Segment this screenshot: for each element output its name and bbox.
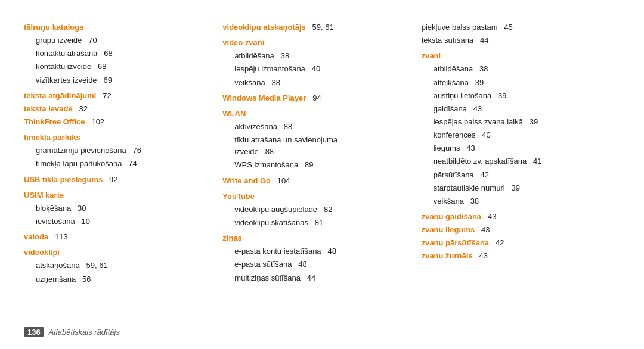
list-item: USIM karte (24, 189, 210, 201)
page-number: 136 (24, 327, 44, 337)
list-item: teksta atgādinājumi 72 (24, 90, 210, 102)
heading: USB tīkla pieslēgums (24, 175, 103, 184)
list-item: ziņas (222, 232, 409, 244)
list-item: uzņemšana 56 (24, 273, 210, 285)
heading: videoklipi (24, 248, 60, 257)
list-item: zvanu gaidīšana 43 (422, 211, 608, 223)
list-item: YouTube (222, 191, 409, 202)
list-item: zvani (422, 50, 608, 62)
list-item: grāmatzīmju pievienošana 76 (24, 145, 210, 157)
list-item: tīklu atrašana un savienojumaizveide 88 (222, 134, 409, 158)
list-item: multiziņas sūtīšana 44 (222, 272, 409, 284)
list-item: e-pasta kontu iestatīšana 48 (222, 245, 409, 257)
list-item: videoklipu atskaņotājs 59, 61 (222, 21, 409, 33)
list-item: ievietošana 10 (24, 216, 210, 228)
list-item: grupu izveide 70 (24, 35, 210, 46)
list-item: valoda 113 (24, 231, 210, 243)
list-item: starptautiskie numuri 39 (422, 182, 608, 194)
heading: ziņas (222, 233, 242, 242)
heading: videoklipu atskaņotājs (222, 23, 305, 32)
list-item: teksta ievade 32 (24, 103, 210, 115)
heading: tīmekļa pārlūks (24, 133, 80, 142)
heading: zvanu gaidīšana (422, 212, 481, 221)
heading: Windows Media Player (222, 94, 306, 102)
footer: 136 Alfabētiskais rādītājs (24, 323, 620, 337)
list-item: atbildēšana 38 (222, 50, 409, 62)
list-item: kontaktu izveide 68 (24, 61, 210, 73)
column-2: videoklipu atskaņotājs 59, 61 video zvan… (222, 18, 421, 318)
list-item: Windows Media Player 94 (222, 92, 409, 104)
list-item: teksta sūtīšana 44 (422, 35, 608, 46)
list-item: zvanu žurnāls 43 (422, 250, 608, 262)
heading: zvanu žurnāls (422, 251, 473, 260)
list-item: atbildēšana 38 (422, 63, 608, 75)
list-item: bloķēšana 30 (24, 202, 210, 214)
list-item: konferences 40 (422, 129, 608, 141)
list-item: gaidīšana 43 (422, 103, 608, 115)
list-item: pārsūtīšana 42 (422, 169, 608, 181)
heading: zvani (422, 51, 441, 60)
columns: tālruņu katalogs grupu izveide 70 kontak… (24, 18, 620, 318)
heading: zvanu liegums (422, 225, 475, 234)
column-3: piekļuve balss pastam 45 teksta sūtīšana… (422, 18, 620, 318)
list-item: zvanu pārsūtīšana 42 (422, 237, 608, 249)
heading: WLAN (222, 109, 246, 118)
list-item: e-pasta sūtīšana 48 (222, 258, 409, 270)
list-item: videoklipu augšupielāde 82 (222, 204, 409, 216)
list-item: tīmekļa lapu pārlūkošana 74 (24, 158, 210, 170)
list-item: USB tīkla pieslēgums 92 (24, 174, 210, 186)
heading: USIM karte (24, 191, 64, 200)
list-item: piekļuve balss pastam 45 (422, 21, 608, 33)
list-item: neatbildēto zv. apskatīšana 41 (422, 155, 608, 167)
list-item: tīmekļa pārlūks (24, 132, 210, 144)
list-item: video zvani (222, 37, 409, 49)
heading: video zvani (222, 38, 264, 47)
page: tālruņu katalogs grupu izveide 70 kontak… (0, 0, 644, 349)
list-item: atteikšana 39 (422, 77, 608, 89)
list-item: veikšana 38 (422, 195, 608, 207)
list-item: austiņu lietošana 39 (422, 90, 608, 102)
list-item: veikšana 38 (222, 77, 409, 89)
list-item: iespēju izmantošana 40 (222, 63, 409, 75)
list-item: Write and Go 104 (222, 175, 409, 187)
list-item: tālruņu katalogs (24, 21, 210, 33)
heading: YouTube (222, 192, 255, 201)
footer-label: Alfabētiskais rādītājs (49, 328, 120, 336)
heading: valoda (24, 232, 48, 241)
list-item: WLAN (222, 108, 409, 120)
heading: tālruņu katalogs (24, 23, 83, 32)
list-item: ThinkFree Office 102 (24, 116, 210, 128)
list-item: iespējas balss zvana laikā 39 (422, 116, 608, 128)
heading: teksta atgādinājumi (24, 91, 96, 100)
list-item: atskaņošana 59, 61 (24, 260, 210, 272)
list-item: videoklipu skatīšanās 81 (222, 217, 409, 229)
heading: teksta ievade (24, 104, 73, 113)
list-item: liegums 43 (422, 142, 608, 154)
column-1: tālruņu katalogs grupu izveide 70 kontak… (24, 18, 222, 318)
list-item: videoklipi (24, 247, 210, 258)
heading: Write and Go (222, 176, 271, 185)
list-item: kontaktu atrašana 68 (24, 48, 210, 60)
heading: zvanu pārsūtīšana (422, 238, 489, 247)
list-item: aktivizēšana 88 (222, 121, 409, 133)
list-item: WPS izmantošana 89 (222, 159, 409, 171)
list-item: vizītkartes izveide 69 (24, 74, 210, 86)
heading: ThinkFree Office (24, 117, 85, 126)
list-item: zvanu liegums 43 (422, 224, 608, 236)
